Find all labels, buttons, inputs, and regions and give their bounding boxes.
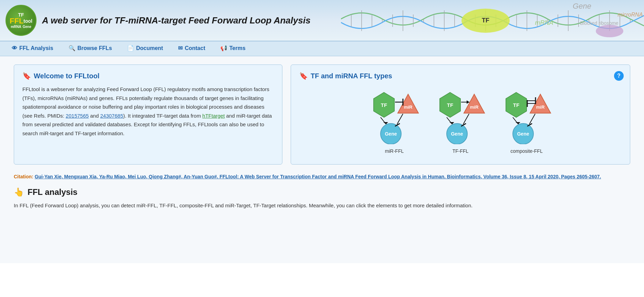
svg-text:miR: miR xyxy=(536,105,545,110)
svg-text:Gene: Gene xyxy=(517,131,529,137)
ffl-section-title: 👆 FFL analysis xyxy=(14,187,630,197)
svg-line-71 xyxy=(529,114,535,124)
ffl-section: 👆 FFL analysis In FFL (Feed Forward Loop… xyxy=(14,187,630,210)
svg-line-57 xyxy=(463,114,469,124)
logo-mrna: mRNA xyxy=(11,25,21,29)
svg-text:TF: TF xyxy=(381,102,387,108)
logo-ffl-text: FFL xyxy=(10,17,23,25)
mir-ffl-diagram: TF miR Gene xyxy=(367,89,422,154)
citation-text[interactable]: Gui-Yan Xie, Mengxuan Xia, Ya-Ru Miao, M… xyxy=(35,174,601,179)
svg-marker-37 xyxy=(398,94,418,113)
mail-icon: ✉ xyxy=(178,45,183,51)
mir-ffl-svg: TF miR Gene xyxy=(367,89,422,144)
logo-gene: Gene xyxy=(23,25,31,29)
search-icon: 🔍 xyxy=(69,45,75,51)
svg-point-33 xyxy=(596,25,623,37)
nav-terms[interactable]: 📢 Terms xyxy=(214,41,252,56)
bookmark-icon: 🔖 xyxy=(22,72,31,80)
ffl-diagrams: TF miR Gene xyxy=(299,86,622,157)
tf-ffl-diagram: TF miR Gene xyxy=(433,89,488,154)
megaphone-icon: 📢 xyxy=(220,45,227,51)
ffl-types-title: 🔖 TF and miRNA FFL types xyxy=(299,72,622,80)
nav-browse-ffls[interactable]: 🔍 Browse FFLs xyxy=(62,41,118,56)
logo-tool-text: tool xyxy=(23,19,32,23)
logo-circle: TF FFL tool mRNA Gene xyxy=(6,5,37,36)
composite-ffl-diagram: TF miR Gene xyxy=(499,89,554,154)
dna-decoration: TF Gene mRNA Blocked ribosome microRNA xyxy=(341,0,644,41)
logo-labels: mRNA Gene xyxy=(11,25,31,29)
svg-marker-49 xyxy=(464,94,485,113)
bookmark2-icon: 🔖 xyxy=(299,72,308,80)
navbar: 👁 FFL Analysis 🔍 Browse FFLs 📄 Document … xyxy=(0,41,644,56)
nav-document-label: Document xyxy=(136,45,163,51)
nav-contact[interactable]: ✉ Contact xyxy=(172,41,211,56)
svg-line-45 xyxy=(397,114,403,124)
svg-text:mRNA: mRNA xyxy=(535,19,553,26)
ffl-types-title-text: TF and miRNA FFL types xyxy=(311,72,392,80)
nav-browse-ffls-label: Browse FFLs xyxy=(77,45,112,51)
page-header: TF FFL tool mRNA Gene A web server for T… xyxy=(0,0,644,41)
welcome-body: FFLtool is a webserver for analyzing Fee… xyxy=(22,85,274,138)
eye-icon: 👁 xyxy=(12,45,17,51)
content-row: 🔖 Welcome to FFLtool FFLtool is a webser… xyxy=(14,65,630,165)
pmid2-link[interactable]: 24307685 xyxy=(100,113,123,119)
ffl-section-text: In FFL (Feed Forward Loop) analysis, you… xyxy=(14,201,630,210)
svg-text:microRNA: microRNA xyxy=(618,12,643,18)
svg-text:Gene: Gene xyxy=(451,131,463,137)
svg-text:Gene: Gene xyxy=(573,2,591,10)
citation-label: Citation: xyxy=(14,174,33,179)
main-content: 🔖 Welcome to FFLtool FFLtool is a webser… xyxy=(0,56,644,263)
tf-ffl-label: TF-FFL xyxy=(453,148,469,154)
welcome-title-text: Welcome to FFLtool xyxy=(34,72,100,80)
htftarget-link[interactable]: hTFtarget xyxy=(202,113,225,119)
nav-terms-label: Terms xyxy=(229,45,246,51)
finger-point-icon: 👆 xyxy=(14,187,24,197)
nav-document[interactable]: 📄 Document xyxy=(121,41,169,56)
pmid1-link[interactable]: 20157565 xyxy=(66,113,89,119)
svg-text:TF: TF xyxy=(447,102,453,108)
welcome-box: 🔖 Welcome to FFLtool FFLtool is a webser… xyxy=(14,65,282,165)
mir-ffl-label: miR-FFL xyxy=(385,148,404,154)
header-title: A web server for TF-miRNA-target Feed Fo… xyxy=(42,15,311,26)
ffl-section-title-text: FFL analysis xyxy=(28,187,77,197)
composite-ffl-svg: TF miR Gene xyxy=(499,89,554,144)
ffl-types-box: 🔖 TF and miRNA FFL types ? TF miR xyxy=(291,65,630,165)
svg-text:TF: TF xyxy=(513,102,519,108)
svg-text:Gene: Gene xyxy=(385,131,397,137)
svg-text:miR: miR xyxy=(470,105,479,110)
svg-text:miR: miR xyxy=(404,105,413,110)
help-icon[interactable]: ? xyxy=(614,71,624,81)
welcome-and: and xyxy=(89,113,100,119)
logo-area: TF FFL tool mRNA Gene A web server for T… xyxy=(6,5,311,36)
tf-ffl-svg: TF miR Gene xyxy=(433,89,488,144)
citation: Citation: Gui-Yan Xie, Mengxuan Xia, Ya-… xyxy=(14,173,630,180)
nav-ffl-analysis-label: FFL Analysis xyxy=(19,45,53,51)
nav-ffl-analysis[interactable]: 👁 FFL Analysis xyxy=(6,42,60,56)
welcome-title: 🔖 Welcome to FFLtool xyxy=(22,72,274,80)
welcome-body-2: ). It integrated TF-target data from xyxy=(123,113,202,119)
nav-contact-label: Contact xyxy=(185,45,205,51)
composite-ffl-label: composite-FFL xyxy=(510,148,542,154)
svg-text:TF: TF xyxy=(482,17,489,24)
doc-icon: 📄 xyxy=(127,45,134,51)
